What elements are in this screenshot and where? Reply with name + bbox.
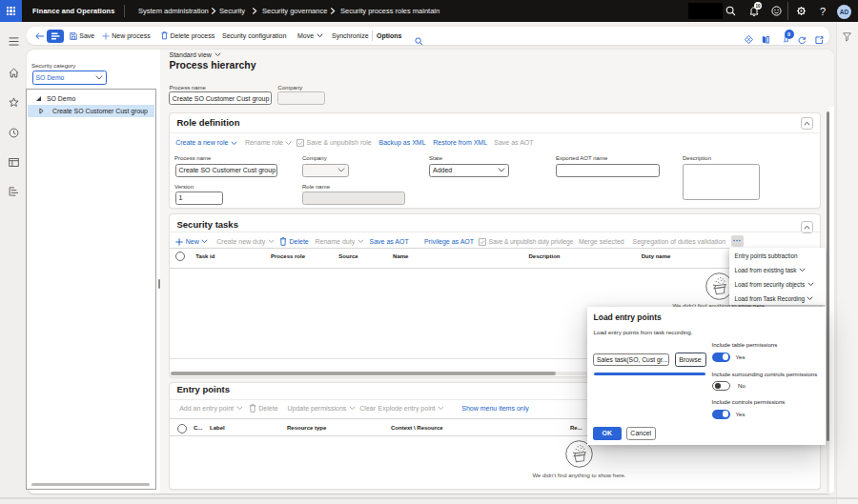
menu-item-load-from-security-objects[interactable]: Load from security objects — [735, 277, 814, 292]
ep-update-permissions-button[interactable]: Update permissions — [288, 402, 356, 415]
menu-item-entry-points-subtraction[interactable]: Entry points subtraction — [735, 250, 798, 264]
app-title[interactable]: Finance and Operations — [32, 0, 114, 22]
tree-node-root[interactable]: SO Demo — [28, 91, 154, 105]
breadcrumb-item-1[interactable]: System administration — [138, 0, 209, 22]
process-name-input[interactable]: Create SO Customer Cust group — [169, 91, 273, 105]
st-column-source[interactable]: Source — [338, 253, 358, 259]
tree-node-selected[interactable]: Create SO Customer Cust group — [28, 105, 154, 117]
save-unpublish-role-button[interactable]: Save & unpublish role — [296, 136, 372, 150]
st-merge-selected-button[interactable]: Merge selected — [579, 235, 624, 249]
collapse-section-button[interactable] — [801, 117, 813, 130]
create-new-role-button[interactable]: Create a new role — [175, 136, 237, 150]
nav-recent-clock-icon[interactable] — [7, 126, 20, 139]
st-column-process-role[interactable]: Process role — [271, 253, 305, 259]
breadcrumb-item-2[interactable]: Security — [219, 0, 245, 22]
ep-column-context-resource[interactable]: Context \ Resource — [391, 425, 443, 431]
backup-as-xml-button[interactable]: Backup as XML — [379, 136, 426, 150]
action-pane-toggle-button[interactable] — [47, 30, 64, 43]
include-controls-permissions-toggle[interactable] — [712, 410, 730, 419]
st-save-unpublish-duty-button[interactable]: Save & unpublish duty privilege — [479, 235, 573, 249]
st-select-all-radio[interactable] — [175, 252, 185, 261]
guide-diamond-icon[interactable] — [745, 30, 753, 48]
ep-select-all-radio[interactable] — [177, 424, 187, 433]
rd-state-dropdown[interactable]: Added — [429, 164, 509, 177]
refresh-icon[interactable] — [798, 30, 807, 48]
rd-company-dropdown[interactable] — [302, 164, 349, 177]
ok-button[interactable]: OK — [593, 427, 622, 440]
open-in-new-window-icon[interactable] — [815, 30, 824, 48]
panel-splitter-grip[interactable] — [158, 279, 161, 289]
st-overflow-button[interactable] — [731, 235, 745, 247]
new-process-button[interactable]: New process — [102, 27, 151, 45]
breadcrumb-item-4[interactable]: Security process roles maintain — [340, 0, 439, 22]
save-button[interactable]: Save — [70, 27, 94, 45]
ep-column-c[interactable]: C... — [194, 425, 202, 431]
st-column-name[interactable]: Name — [393, 253, 408, 259]
st-hscrollbar-thumb[interactable] — [171, 372, 556, 375]
company-input[interactable] — [277, 91, 326, 105]
st-new-button[interactable]: New — [175, 235, 208, 249]
nav-favorites-star-icon[interactable] — [7, 96, 20, 110]
st-column-duty-name[interactable]: Duty name — [642, 253, 671, 259]
include-surrounding-controls-toggle[interactable] — [712, 381, 730, 391]
tree-collapsed-icon[interactable] — [39, 108, 44, 114]
include-table-permissions-toggle[interactable] — [712, 353, 730, 362]
security-category-dropdown[interactable]: SO Demo — [32, 71, 107, 85]
back-arrow-icon[interactable] — [33, 30, 46, 42]
task-recording-file-input[interactable]: Sales task(SO, Cust gr... — [593, 353, 669, 366]
rd-description-textarea[interactable] — [683, 164, 760, 200]
rd-role-name-input[interactable] — [302, 192, 405, 205]
st-create-new-duty-button[interactable]: Create new duty — [216, 235, 274, 249]
restore-from-xml-button[interactable]: Restore from XML — [433, 136, 487, 150]
nav-home-icon[interactable] — [7, 66, 20, 79]
st-privilege-as-aot-button[interactable]: Privilege as AOT — [424, 235, 474, 249]
dynamics-book-icon[interactable] — [762, 30, 770, 48]
ep-add-entry-point-button[interactable]: Add an entry point — [179, 402, 242, 415]
security-configuration-button[interactable]: Security configuration — [222, 27, 286, 45]
chevron-down-icon — [201, 239, 208, 244]
message-center-icon[interactable]: 0 — [783, 30, 797, 48]
search-icon[interactable] — [724, 0, 737, 22]
tree-expanded-icon[interactable] — [35, 95, 42, 102]
st-column-description[interactable]: Description — [529, 253, 561, 259]
menu-item-load-from-existing-task[interactable]: Load from existing task — [735, 263, 806, 277]
nav-modules-tree-icon[interactable] — [7, 185, 20, 198]
nav-workspaces-icon[interactable] — [7, 155, 20, 169]
toolbar-search-icon[interactable] — [415, 32, 423, 50]
st-column-task-id[interactable]: Task id — [195, 253, 214, 259]
st-delete-button[interactable]: Delete — [279, 235, 309, 249]
filter-funnel-icon[interactable] — [843, 29, 851, 46]
ep-column-label[interactable]: Label — [210, 425, 225, 431]
help-icon[interactable]: ? — [817, 0, 828, 22]
ep-explode-entry-point-button[interactable]: Explode entry point — [378, 402, 444, 415]
rd-exported-aot-input[interactable] — [556, 164, 660, 177]
ep-delete-button[interactable]: Delete — [249, 402, 278, 415]
move-menu-button[interactable]: Move — [297, 27, 323, 45]
ep-clear-button[interactable]: Clear — [359, 402, 376, 415]
browse-button[interactable]: Browse — [675, 353, 706, 367]
feedback-smiley-icon[interactable] — [769, 0, 783, 22]
breadcrumb-item-3[interactable]: Security governance — [262, 0, 327, 22]
st-segregation-button[interactable]: Segregation of duties validation — [633, 235, 726, 249]
tree-horizontal-scrollbar[interactable] — [31, 483, 150, 486]
settings-gear-icon[interactable] — [794, 0, 807, 22]
rd-version-input[interactable]: 1 — [175, 192, 223, 205]
st-rename-duty-button[interactable]: Rename duty — [316, 235, 364, 249]
nav-hamburger-icon[interactable] — [7, 34, 20, 48]
save-as-aot-button[interactable]: Save as AOT — [494, 136, 533, 150]
rename-role-button[interactable]: Rename role — [245, 136, 293, 150]
waffle-menu-button[interactable] — [0, 0, 22, 22]
user-avatar[interactable]: AD — [837, 5, 851, 19]
synchronize-button[interactable]: Synchronize — [332, 27, 369, 45]
ep-column-resource-type[interactable]: Resource type — [287, 425, 326, 431]
cancel-button[interactable]: Cancel — [626, 427, 657, 440]
options-tab[interactable]: Options — [377, 27, 401, 45]
delete-process-button[interactable]: Delete process — [161, 27, 214, 45]
alerts-bell-icon[interactable]: 10 — [747, 0, 761, 22]
ep-column-re[interactable]: Re... — [570, 425, 582, 431]
menu-item-load-from-task-recording[interactable]: Load from Task Recording — [735, 292, 814, 306]
ep-show-menu-items-only-button[interactable]: Show menu items only — [461, 402, 528, 415]
st-save-as-aot-button[interactable]: Save as AOT — [370, 235, 409, 249]
main-vscrollbar-thumb[interactable] — [827, 111, 829, 441]
rd-process-name-input[interactable]: Create SO Customer Cust group — [175, 164, 278, 177]
